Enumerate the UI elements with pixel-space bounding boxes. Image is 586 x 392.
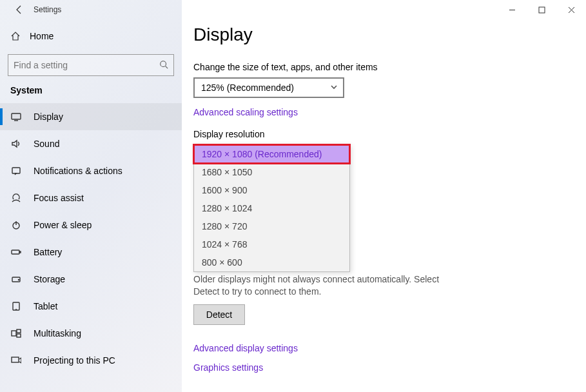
page-title: Display <box>193 24 580 45</box>
resolution-label: Display resolution <box>193 129 580 139</box>
search-placeholder: Find a setting <box>14 60 68 70</box>
home-label: Home <box>30 31 54 41</box>
advanced-scaling-link[interactable]: Advanced scaling settings <box>193 107 298 117</box>
sidebar-item-projecting[interactable]: Projecting to this PC <box>0 347 182 374</box>
detect-help-text: Older displays might not always connect … <box>193 273 451 298</box>
category-label: System <box>0 85 182 95</box>
detect-button[interactable]: Detect <box>193 304 245 325</box>
sidebar-item-focus-assist[interactable]: Focus assist <box>0 184 182 211</box>
sidebar-item-label: Battery <box>34 247 62 257</box>
svg-rect-10 <box>17 329 21 333</box>
svg-point-0 <box>161 61 166 66</box>
sidebar-item-label: Focus assist <box>34 193 84 203</box>
svg-rect-11 <box>17 334 21 337</box>
storage-icon <box>10 274 22 284</box>
minimize-button[interactable] <box>497 0 527 19</box>
sidebar-item-label: Display <box>34 112 63 122</box>
close-button[interactable] <box>556 0 586 19</box>
sidebar-item-display[interactable]: Display <box>0 103 182 130</box>
sidebar-item-label: Power & sleep <box>34 220 92 230</box>
scale-label: Change the size of text, apps, and other… <box>193 62 580 72</box>
sidebar-item-tablet[interactable]: Tablet <box>0 293 182 320</box>
focus-icon <box>10 193 22 203</box>
resolution-option[interactable]: 1680 × 1050 <box>194 163 349 181</box>
resolution-option[interactable]: 800 × 600 <box>194 253 349 271</box>
sidebar-item-multitasking[interactable]: Multitasking <box>0 320 182 347</box>
sidebar-item-notifications[interactable]: Notifications & actions <box>0 157 182 184</box>
power-icon <box>10 220 22 230</box>
display-icon <box>10 112 22 122</box>
detect-label: Detect <box>206 309 232 320</box>
resolution-option[interactable]: 1280 × 720 <box>194 217 349 235</box>
multitasking-icon <box>10 328 22 338</box>
back-button[interactable] <box>5 0 34 19</box>
resolution-option[interactable]: 1280 × 1024 <box>194 199 349 217</box>
svg-rect-1 <box>12 113 21 119</box>
sidebar-item-label: Projecting to this PC <box>34 355 115 366</box>
sidebar-item-label: Multitasking <box>34 328 81 338</box>
sound-icon <box>10 139 22 149</box>
svg-rect-13 <box>539 7 545 13</box>
svg-rect-2 <box>12 168 20 173</box>
sidebar-item-label: Notifications & actions <box>34 166 122 176</box>
window-title: Settings <box>34 5 61 14</box>
tablet-icon <box>10 301 22 311</box>
sidebar-item-power-sleep[interactable]: Power & sleep <box>0 211 182 239</box>
maximize-button[interactable] <box>527 0 556 19</box>
sidebar-item-sound[interactable]: Sound <box>0 130 182 157</box>
sidebar-item-storage[interactable]: Storage <box>0 266 182 293</box>
home-item[interactable]: Home <box>0 23 182 49</box>
resolution-dropdown-open[interactable]: 1920 × 1080 (Recommended) 1680 × 1050 16… <box>193 144 350 272</box>
scale-value: 125% (Recommended) <box>201 83 294 93</box>
resolution-option[interactable]: 1600 × 900 <box>194 181 349 199</box>
graphics-settings-link[interactable]: Graphics settings <box>193 362 580 373</box>
sidebar-item-label: Storage <box>34 274 65 284</box>
sidebar-item-battery[interactable]: Battery <box>0 239 182 266</box>
scale-dropdown[interactable]: 125% (Recommended) <box>193 77 344 98</box>
svg-rect-4 <box>12 250 19 254</box>
svg-point-7 <box>18 279 19 280</box>
advanced-display-link[interactable]: Advanced display settings <box>193 343 580 353</box>
svg-rect-9 <box>12 331 16 336</box>
svg-rect-5 <box>19 251 21 253</box>
svg-rect-8 <box>13 302 19 310</box>
search-icon <box>159 60 168 71</box>
projecting-icon <box>10 355 22 366</box>
chevron-down-icon <box>330 83 338 93</box>
svg-rect-12 <box>12 357 19 362</box>
notifications-icon <box>10 166 22 176</box>
resolution-option[interactable]: 1024 × 768 <box>194 235 349 253</box>
sidebar-item-label: Tablet <box>34 301 57 311</box>
home-icon <box>10 31 21 41</box>
search-input[interactable]: Find a setting <box>8 54 174 76</box>
battery-icon <box>10 247 22 257</box>
resolution-option[interactable]: 1920 × 1080 (Recommended) <box>194 145 349 163</box>
sidebar-item-label: Sound <box>34 139 59 149</box>
